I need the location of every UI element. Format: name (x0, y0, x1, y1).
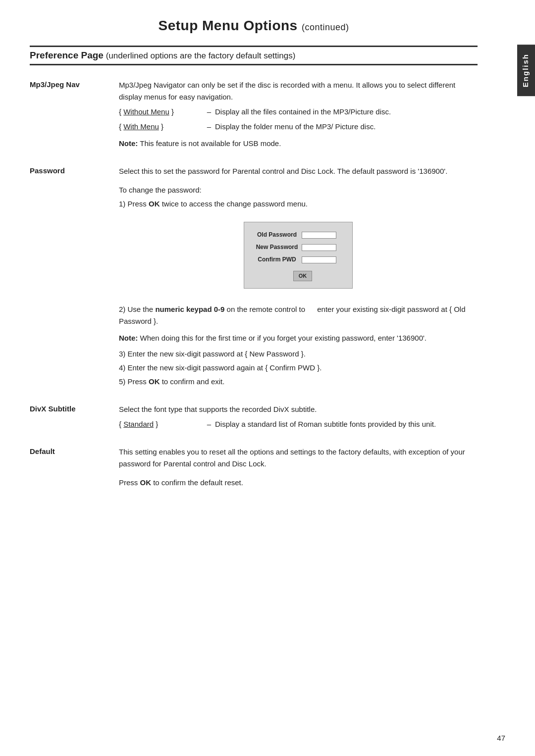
page-title: Setup Menu Options (continued) (30, 18, 478, 34)
mp3-nav-note: Note: This feature is not available for … (119, 138, 478, 150)
section-title: Preference Page (30, 50, 104, 60)
step-1: 1) Press OK twice to access the change p… (119, 198, 478, 210)
password-dialog: Old Password New Password Confirm PWD (244, 222, 353, 289)
step-4: 4) Enter the new six-digit password agai… (119, 362, 478, 374)
without-menu-desc: Display all the files contained in the M… (215, 106, 478, 118)
desc-default: This setting enables you to reset all th… (119, 446, 478, 470)
step-2: 2) Use the numeric keypad 0-9 on the rem… (119, 303, 478, 327)
with-menu-desc: Display the folder menu of the MP3/ Pict… (215, 121, 478, 133)
desc-mp3-jpeg-nav: Mp3/Jpeg Navigator can only be set if th… (119, 79, 478, 103)
pwd-ok-button[interactable]: OK (293, 271, 313, 282)
step-5: 5) Press OK to confirm and exit. (119, 376, 478, 388)
pwd-input-confirm (302, 256, 336, 263)
title-continued: (continued) (302, 22, 349, 32)
password-dialog-container: Old Password New Password Confirm PWD (119, 215, 478, 296)
content-table: Mp3/Jpeg Nav Mp3/Jpeg Navigator can only… (30, 79, 478, 503)
pwd-field-new: New Password (252, 243, 338, 252)
label-mp3-jpeg-nav: Mp3/Jpeg Nav (30, 80, 80, 89)
row-default: Default This setting enables you to rese… (30, 446, 478, 503)
pwd-label-new: New Password (252, 243, 302, 252)
row-password: Password Select this to set the password… (30, 165, 478, 403)
with-menu-label: With Menu (123, 122, 159, 131)
row-divx-subtitle: DivX Subtitle Select the font type that … (30, 403, 478, 446)
password-note: Note: When doing this for the first time… (119, 332, 478, 344)
label-divx-subtitle: DivX Subtitle (30, 404, 76, 413)
pwd-field-confirm: Confirm PWD (252, 255, 338, 264)
pwd-input-old (302, 232, 336, 239)
option-without-menu: { Without Menu } – Display all the files… (119, 106, 478, 118)
pwd-input-new (302, 244, 336, 251)
desc-password: Select this to set the password for Pare… (119, 165, 478, 177)
pwd-field-old: Old Password (252, 230, 338, 240)
label-password: Password (30, 166, 65, 175)
option-with-menu: { With Menu } – Display the folder menu … (119, 121, 478, 133)
pwd-label-old: Old Password (252, 230, 302, 240)
step-3: 3) Enter the new six-digit password at {… (119, 348, 478, 360)
desc-divx-subtitle: Select the font type that supports the r… (119, 403, 478, 415)
default-press-ok: Press OK to confirm the default reset. (119, 477, 478, 489)
section-subtitle: (underlined options are the factory defa… (106, 51, 296, 60)
label-default: Default (30, 447, 55, 455)
side-tab-english: English (517, 45, 535, 96)
pwd-label-confirm: Confirm PWD (252, 255, 302, 264)
row-mp3-jpeg-nav: Mp3/Jpeg Nav Mp3/Jpeg Navigator can only… (30, 79, 478, 165)
option-standard: { Standard } – Display a standard list o… (119, 418, 478, 430)
change-intro: To change the password: (119, 184, 478, 196)
standard-label: Standard (123, 420, 154, 428)
section-header: Preference Page (underlined options are … (30, 46, 478, 65)
page-number: 47 (497, 734, 505, 742)
standard-desc: Display a standard list of Roman subtitl… (215, 418, 478, 430)
without-menu-label: Without Menu (123, 107, 169, 116)
